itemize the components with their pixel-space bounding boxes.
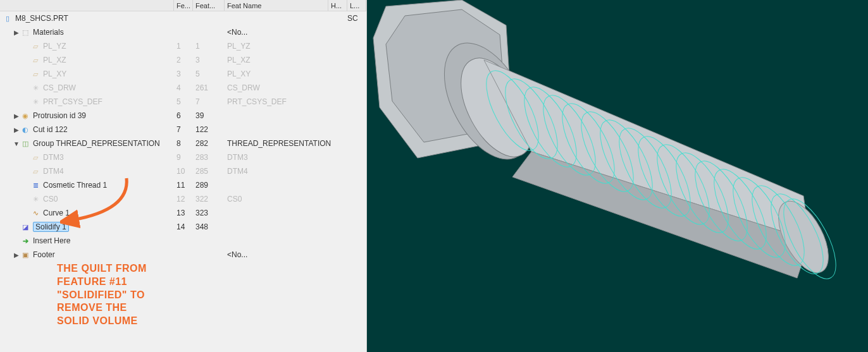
tree-item-label: Insert Here (33, 236, 70, 245)
expand-toggle[interactable]: ▶ (13, 126, 20, 133)
tree-item-protrusion39[interactable]: ▶◉Protrusion id 39639 (0, 109, 366, 123)
tree-header-h[interactable]: H... (328, 0, 347, 11)
tree-item-pl_xz[interactable]: ▱PL_XZ23PL_XZ (0, 53, 366, 67)
tree-header: Fe... Feat... Feat Name H... L... (0, 0, 366, 11)
feat-name: <No... (225, 250, 366, 259)
feat-num: 3 (174, 70, 193, 78)
feat-num: 12 (174, 195, 193, 203)
root-status: SC (347, 14, 366, 23)
tree-item-label: Materials (33, 28, 64, 37)
tree-item-label: PL_XY (43, 70, 66, 78)
feat-name: PRT_CSYS_DEF (225, 97, 366, 106)
model-viewport[interactable] (367, 0, 868, 352)
feat-id: 7 (193, 97, 225, 106)
feat-num: 14 (174, 222, 193, 231)
tree-item-label: PL_YZ (43, 42, 66, 51)
tree-item-materials[interactable]: ▶⬚Materials<No... (0, 25, 366, 39)
tree-item-label: DTM3 (43, 153, 64, 162)
tree-item-dtm4[interactable]: ▱DTM410285DTM4 (0, 164, 366, 178)
tree-root-row[interactable]: ▯ M8_SHCS.PRT SC (0, 11, 366, 25)
tree-item-label: Footer (33, 250, 55, 259)
root-label: M8_SHCS.PRT (15, 14, 68, 23)
csys-icon: ✳ (30, 194, 40, 204)
prot-icon: ◉ (20, 111, 30, 121)
feat-num: 2 (174, 56, 193, 64)
feat-name: DTM3 (225, 153, 366, 162)
expand-toggle[interactable]: ▶ (13, 112, 20, 119)
feat-num: 1 (174, 42, 193, 51)
feat-name: CS0 (225, 195, 366, 203)
tree-item-label: PL_XZ (43, 56, 66, 64)
tree-item-label: Cut id 122 (33, 125, 68, 134)
feat-name: THREAD_REPRESENTATION (225, 139, 366, 148)
tree-item-cs0[interactable]: ✳CS012322CS0 (0, 192, 366, 206)
group-icon: ◫ (20, 138, 30, 149)
feat-num: 5 (174, 97, 193, 106)
tree-header-featnum[interactable]: Fe... (174, 0, 193, 11)
feat-num: 8 (174, 139, 193, 148)
model-tree-panel: Fe... Feat... Feat Name H... L... ▯ M8_S… (0, 0, 367, 352)
tree-header-feat[interactable]: Feat... (193, 0, 225, 11)
tree-item-label: Group THREAD_REPRESENTATION (33, 139, 160, 148)
curve-icon: ∿ (30, 208, 40, 218)
tree-item-label: PRT_CSYS_DEF (43, 97, 102, 106)
feat-id: 348 (193, 222, 225, 231)
tree-item-group_thread[interactable]: ▼◫Group THREAD_REPRESENTATION8282THREAD_… (0, 137, 366, 150)
csys-icon: ✳ (30, 83, 40, 93)
tree-item-prt_csys_def[interactable]: ✳PRT_CSYS_DEF57PRT_CSYS_DEF (0, 95, 366, 109)
tree-item-label: CS0 (43, 195, 58, 203)
tree-header-l[interactable]: L... (347, 0, 366, 11)
feat-num: 11 (174, 181, 193, 190)
plane-icon: ▱ (30, 55, 40, 65)
mat-icon: ⬚ (20, 27, 30, 37)
feat-id: 323 (193, 209, 225, 217)
tree-item-pl_xy[interactable]: ▱PL_XY35PL_XY (0, 67, 366, 81)
plane-icon: ▱ (30, 166, 40, 176)
expand-toggle[interactable]: ▶ (13, 29, 20, 36)
feat-id: 122 (193, 125, 225, 134)
feat-name: CS_DRW (225, 83, 366, 92)
footer-icon: ▣ (20, 250, 30, 260)
csys-icon: ✳ (30, 97, 40, 107)
feat-name: DTM4 (225, 167, 366, 176)
tree-item-solidify1[interactable]: ◪Solidify 114348 (0, 220, 366, 234)
tree-item-curve1[interactable]: ∿Curve 113323 (0, 206, 366, 220)
tree-item-label: Curve 1 (43, 209, 70, 217)
plane-icon: ▱ (30, 69, 40, 79)
feat-id: 283 (193, 153, 225, 162)
tree-item-label: Cosmetic Thread 1 (43, 181, 107, 190)
tree-item-footer[interactable]: ▶▣Footer<No... (0, 248, 366, 262)
feat-id: 289 (193, 181, 225, 190)
feat-num: 13 (174, 209, 193, 217)
feat-num: 4 (174, 83, 193, 92)
tree-header-featname[interactable]: Feat Name (225, 0, 328, 11)
tree-item-dtm3[interactable]: ▱DTM39283DTM3 (0, 150, 366, 164)
cut-icon: ◐ (20, 124, 30, 135)
feat-name: <No... (225, 28, 366, 37)
feat-id: 322 (193, 195, 225, 203)
annotation-text: THE QUILT FROM FEATURE #11 "SOLIDIFIED" … (57, 262, 147, 328)
part-icon: ▯ (3, 13, 13, 23)
feat-id: 285 (193, 167, 225, 176)
feat-name: PL_XZ (225, 56, 366, 64)
tree-item-insert_here[interactable]: ➔Insert Here (0, 234, 366, 248)
tree-item-cs_drw[interactable]: ✳CS_DRW4261CS_DRW (0, 81, 366, 95)
expand-toggle[interactable]: ▶ (13, 252, 20, 258)
feat-num: 9 (174, 153, 193, 162)
bolt-render (367, 0, 868, 352)
thread-icon: ≣ (30, 180, 40, 190)
tree-item-cosmetic_thread1[interactable]: ≣Cosmetic Thread 111289 (0, 178, 366, 192)
insert-icon: ➔ (20, 236, 30, 246)
solidify-icon: ◪ (20, 222, 30, 232)
tree-item-cut122[interactable]: ▶◐Cut id 1227122 (0, 123, 366, 137)
feat-id: 261 (193, 83, 225, 92)
feat-name: PL_YZ (225, 42, 366, 51)
feat-id: 3 (193, 56, 225, 64)
feat-num: 7 (174, 125, 193, 134)
feat-id: 39 (193, 111, 225, 120)
feat-num: 6 (174, 111, 193, 120)
feat-name: PL_XY (225, 70, 366, 78)
expand-toggle[interactable]: ▼ (13, 140, 20, 147)
tree-header-name (0, 0, 174, 11)
tree-item-pl_yz[interactable]: ▱PL_YZ11PL_YZ (0, 39, 366, 53)
